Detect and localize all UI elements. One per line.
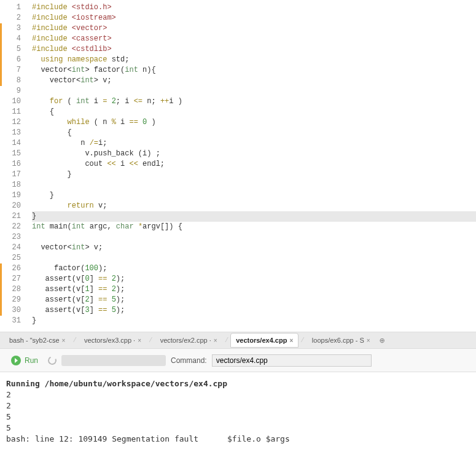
line-number: 20 bbox=[0, 201, 29, 211]
code-line[interactable]: assert(v[2] == 5); bbox=[32, 295, 476, 305]
line-number: 6 bbox=[0, 55, 29, 65]
code-line[interactable]: vector<int> factor(int n){ bbox=[32, 65, 476, 76]
terminal-line: 2 bbox=[6, 400, 470, 411]
code-line[interactable]: #include <cstdlib> bbox=[32, 44, 476, 55]
close-icon[interactable]: × bbox=[289, 337, 293, 344]
code-line[interactable]: vector<int> v; bbox=[32, 76, 476, 86]
terminal-tab[interactable]: vectors/ex2.cpp ·× bbox=[155, 333, 223, 348]
line-number: 18 bbox=[0, 180, 29, 190]
code-line[interactable]: assert(v[0] == 2); bbox=[32, 274, 476, 284]
line-number: 22 bbox=[0, 222, 29, 232]
code-line[interactable]: #include <stdio.h> bbox=[32, 2, 476, 13]
code-line[interactable]: cout << i << endl; bbox=[32, 159, 476, 170]
progress-bar bbox=[61, 355, 166, 366]
close-icon[interactable]: × bbox=[214, 337, 217, 344]
terminal-line: Running /home/ubuntu/workspace/vectors/e… bbox=[6, 378, 470, 389]
line-number: 10 bbox=[0, 96, 29, 107]
code-editor[interactable]: 1234567891011121314151617181920212223242… bbox=[0, 0, 476, 332]
line-number: 27 bbox=[0, 274, 29, 284]
terminal-tab[interactable]: bash - "syb2-cse× bbox=[4, 333, 71, 348]
code-line[interactable]: #include <cassert> bbox=[32, 34, 476, 44]
line-number: 28 bbox=[0, 284, 29, 295]
terminal-tabs: bash - "syb2-cse×/vectors/ex3.cpp ·×/vec… bbox=[0, 332, 476, 349]
code-line[interactable]: } bbox=[32, 190, 476, 201]
command-label: Command: bbox=[171, 356, 207, 365]
code-line[interactable]: } bbox=[32, 316, 476, 326]
line-number: 21 bbox=[0, 211, 29, 222]
line-number: 13 bbox=[0, 128, 29, 138]
code-line[interactable]: } bbox=[32, 170, 476, 180]
restart-icon[interactable] bbox=[47, 355, 58, 366]
line-number: 1 bbox=[0, 2, 29, 13]
line-number: 14 bbox=[0, 138, 29, 149]
tab-label: loops/ex6.cpp - S bbox=[312, 337, 364, 344]
code-line[interactable]: for ( int i = 2; i <= n; ++i ) bbox=[32, 96, 476, 107]
change-marker bbox=[0, 263, 2, 316]
line-number: 3 bbox=[0, 23, 29, 34]
code-line[interactable] bbox=[32, 232, 476, 243]
terminal-line: 5 bbox=[6, 411, 470, 423]
tab-label: vectors/ex4.cpp bbox=[236, 337, 287, 344]
line-number: 25 bbox=[0, 253, 29, 263]
code-line[interactable]: assert(v[3] == 5); bbox=[32, 305, 476, 316]
tab-label: vectors/ex3.cpp · bbox=[84, 337, 135, 344]
code-line[interactable]: v.push_back (i) ; bbox=[32, 149, 476, 159]
terminal-line: 5 bbox=[6, 423, 470, 434]
line-number: 31 bbox=[0, 316, 29, 326]
terminal-output[interactable]: Running /home/ubuntu/workspace/vectors/e… bbox=[0, 372, 476, 468]
terminal-tab[interactable]: vectors/ex4.cpp× bbox=[230, 333, 298, 348]
close-icon[interactable]: × bbox=[62, 337, 66, 344]
code-line[interactable]: int main(int argc, char *argv[]) { bbox=[32, 222, 476, 232]
close-icon[interactable]: × bbox=[138, 337, 141, 344]
code-line[interactable]: #include <vector> bbox=[32, 23, 476, 34]
line-number: 26 bbox=[0, 263, 29, 274]
line-number: 9 bbox=[0, 86, 29, 96]
code-line[interactable]: { bbox=[32, 107, 476, 117]
line-number: 23 bbox=[0, 232, 29, 243]
line-number: 4 bbox=[0, 34, 29, 44]
code-line[interactable]: return v; bbox=[32, 201, 476, 211]
line-number: 12 bbox=[0, 117, 29, 128]
terminal-line: bash: line 12: 109149 Segmentation fault… bbox=[6, 434, 470, 445]
code-line[interactable] bbox=[32, 86, 476, 96]
line-number: 11 bbox=[0, 107, 29, 117]
code-line[interactable]: assert(v[1] == 2); bbox=[32, 284, 476, 295]
line-number: 16 bbox=[0, 159, 29, 170]
line-number: 2 bbox=[0, 13, 29, 23]
code-line[interactable]: while ( n % i == 0 ) bbox=[32, 117, 476, 128]
run-button[interactable]: Run bbox=[6, 353, 43, 368]
code-line[interactable]: using namespace std; bbox=[32, 55, 476, 65]
play-icon bbox=[11, 356, 21, 365]
code-line[interactable]: vector<int> v; bbox=[32, 243, 476, 253]
line-number: 24 bbox=[0, 243, 29, 253]
tab-label: vectors/ex2.cpp · bbox=[160, 337, 211, 344]
code-line[interactable]: { bbox=[32, 128, 476, 138]
code-line[interactable]: factor(100); bbox=[32, 263, 476, 274]
run-toolbar: Run Command: bbox=[0, 349, 476, 372]
line-number: 19 bbox=[0, 190, 29, 201]
terminal-tab[interactable]: loops/ex6.cpp - S× bbox=[306, 333, 376, 348]
line-number: 30 bbox=[0, 305, 29, 316]
code-line[interactable]: } bbox=[32, 211, 476, 222]
line-number: 8 bbox=[0, 76, 29, 86]
line-number: 5 bbox=[0, 44, 29, 55]
line-gutter: 1234567891011121314151617181920212223242… bbox=[0, 0, 29, 332]
terminal-line: 2 bbox=[6, 389, 470, 400]
tab-label: bash - "syb2-cse bbox=[9, 337, 60, 344]
code-line[interactable]: n /=i; bbox=[32, 138, 476, 149]
code-line[interactable]: #include <iostream> bbox=[32, 13, 476, 23]
code-content[interactable]: #include <stdio.h>#include <iostream>#in… bbox=[29, 0, 476, 332]
code-line[interactable] bbox=[32, 253, 476, 263]
code-line[interactable] bbox=[32, 180, 476, 190]
close-icon[interactable]: × bbox=[367, 337, 370, 344]
line-number: 7 bbox=[0, 65, 29, 76]
line-number: 15 bbox=[0, 149, 29, 159]
command-input[interactable] bbox=[212, 354, 372, 367]
terminal-tab[interactable]: vectors/ex3.cpp ·× bbox=[79, 333, 147, 348]
add-tab-icon[interactable]: ⊕ bbox=[377, 335, 387, 346]
change-marker bbox=[0, 23, 2, 86]
line-number: 17 bbox=[0, 170, 29, 180]
line-number: 29 bbox=[0, 295, 29, 305]
run-label: Run bbox=[25, 356, 38, 365]
